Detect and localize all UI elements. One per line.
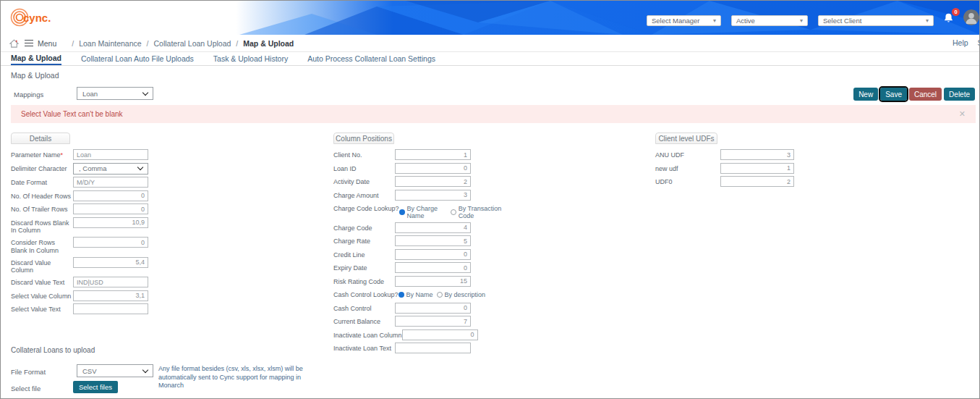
by-transaction-code-radio[interactable]: By Transaction Code <box>451 205 507 219</box>
consider-rows-blank-input[interactable] <box>73 237 148 248</box>
header-rows-input[interactable] <box>73 190 148 201</box>
credit-line-input[interactable] <box>395 249 471 260</box>
discard-rows-blank-input[interactable] <box>73 217 148 228</box>
new-button[interactable]: New <box>853 88 878 101</box>
by-name-radio[interactable]: By Name <box>399 291 433 298</box>
form-row: Discard Value Text <box>11 277 157 287</box>
select-value-text-input[interactable] <box>73 303 148 314</box>
client-no-input[interactable] <box>395 149 471 160</box>
date-format-label: Date Format <box>11 177 73 187</box>
client-no-label: Client No. <box>333 149 395 159</box>
client-level-udfs-panel-title: Client level UDFs <box>655 133 717 144</box>
select-value-text-label: Select Value Text <box>11 303 73 314</box>
caret-down-icon: ▾ <box>713 18 716 24</box>
menu-label[interactable]: Menu <box>38 39 56 48</box>
parameter-name-label: Parameter Name* <box>11 149 73 159</box>
manager-select[interactable]: Select Manager ▾ <box>647 15 721 26</box>
date-format-input[interactable] <box>73 177 148 188</box>
trailer-rows-input[interactable] <box>73 203 148 214</box>
header-rows-label: No. Of Header Rows <box>11 190 73 201</box>
charge-code-input[interactable] <box>395 222 471 233</box>
cash-control-label: Cash Control <box>333 303 395 313</box>
activity-date-input[interactable] <box>395 176 471 187</box>
form-row: Inactivate Loan Column <box>333 329 507 340</box>
select-value-column-input[interactable] <box>73 290 148 301</box>
discard-value-column-label: Discard Value Column <box>11 257 73 274</box>
breadcrumb-collateral-loan-upload[interactable]: Collateral Loan Upload <box>154 39 231 48</box>
file-format-select[interactable]: CSV <box>77 364 153 377</box>
form-row: No. Of Trailer Rows <box>11 203 157 214</box>
breadcrumb-map-upload: Map & Upload <box>243 39 294 48</box>
form-row: Activity Date <box>333 176 507 187</box>
risk-rating-code-label: Risk Rating Code <box>333 276 395 286</box>
client-select[interactable]: Select Client ▾ <box>818 15 934 26</box>
udf0-input[interactable] <box>720 176 794 187</box>
form-row: Current Balance <box>333 316 507 327</box>
risk-rating-code-input[interactable] <box>395 276 471 287</box>
charge-rate-input[interactable] <box>395 235 471 246</box>
tab-task-upload-history[interactable]: Task & Upload History <box>213 52 288 65</box>
delimiter-character-select[interactable]: , Comma <box>73 163 148 175</box>
close-icon[interactable]: ✕ <box>959 109 966 119</box>
delimiter-character-label: Delimiter Character <box>11 163 73 173</box>
charge-amount-input[interactable] <box>395 190 471 201</box>
mappings-label: Mappings <box>14 91 43 98</box>
home-icon[interactable] <box>9 39 19 48</box>
status-select[interactable]: Active ▾ <box>731 15 808 26</box>
save-button[interactable]: Save <box>880 88 907 101</box>
inactivate-loan-text-input[interactable] <box>395 343 471 353</box>
breadcrumb-loan-maintenance[interactable]: Loan Maintenance <box>79 39 141 48</box>
help-link[interactable]: Help <box>953 38 968 47</box>
discard-rows-blank-label: Discard Rows Blank In Column <box>11 217 73 235</box>
discard-value-text-input[interactable] <box>73 277 148 287</box>
chevron-down-icon <box>142 366 148 372</box>
delete-button[interactable]: Delete <box>944 88 975 101</box>
details-panel-title: Details <box>11 133 70 144</box>
anu-udf-input[interactable] <box>720 149 794 160</box>
consider-rows-blank-label: Consider Rows Blank In Column <box>11 237 73 254</box>
current-balance-input[interactable] <box>395 316 471 327</box>
radio-unselected-icon <box>437 292 443 298</box>
discard-value-column-input[interactable] <box>73 257 148 268</box>
trailer-rows-label: No. Of Trailer Rows <box>11 203 73 214</box>
credit-line-label: Credit Line <box>333 249 395 259</box>
details-panel: Details Parameter Name* Delimiter Charac… <box>11 133 157 317</box>
cancel-button[interactable]: Cancel <box>909 88 942 101</box>
radio-selected-icon <box>399 209 405 215</box>
user-avatar[interactable] <box>963 9 979 25</box>
select-value-column-label: Select Value Column <box>11 290 73 301</box>
tab-map-upload[interactable]: Map & Upload <box>11 52 61 65</box>
parameter-name-input[interactable] <box>73 149 148 160</box>
form-row: Expiry Date <box>333 262 507 273</box>
by-charge-name-radio[interactable]: By Charge Name <box>399 205 447 219</box>
inactivate-loan-column-input[interactable] <box>402 329 478 340</box>
tab-collateral-loan-auto-file-uploads[interactable]: Collateral Loan Auto File Uploads <box>81 52 194 65</box>
new-udf-input[interactable] <box>720 163 794 174</box>
support-link[interactable]: Support <box>978 38 980 47</box>
breadcrumb-separator: / <box>236 39 238 48</box>
caret-down-icon: ▾ <box>800 18 803 24</box>
tab-auto-process-collateral-loan-settings[interactable]: Auto Process Collateral Loan Settings <box>307 52 435 65</box>
charge-code-label: Charge Code <box>333 222 395 232</box>
form-row: Delimiter Character , Comma <box>11 163 157 175</box>
loan-id-input[interactable] <box>395 163 471 174</box>
udf0-label: UDF0 <box>655 176 720 186</box>
expiry-date-input[interactable] <box>395 262 471 273</box>
file-format-value: CSV <box>82 367 97 375</box>
form-row: Discard Value Column <box>11 257 157 274</box>
expiry-date-label: Expiry Date <box>333 262 395 272</box>
notifications-bell-icon[interactable]: 0 <box>943 12 955 25</box>
radio-selected-icon <box>399 292 404 298</box>
tab-bar: Map & Upload Collateral Loan Auto File U… <box>1 52 979 66</box>
form-row: Date Format <box>11 177 157 188</box>
form-row: Cash Control Lookup? By Name By descript… <box>333 289 507 300</box>
breadcrumb-separator: / <box>72 39 74 48</box>
select-files-button[interactable]: Select files <box>73 381 118 393</box>
manager-select-value: Select Manager <box>652 17 700 25</box>
cash-control-input[interactable] <box>395 303 471 314</box>
mappings-select[interactable]: Loan <box>77 87 153 100</box>
by-description-radio[interactable]: By description <box>437 291 486 298</box>
menu-icon[interactable] <box>25 40 33 47</box>
form-row: UDF0 <box>655 176 800 187</box>
inactivate-loan-text-label: Inactivate Loan Text <box>333 343 395 353</box>
